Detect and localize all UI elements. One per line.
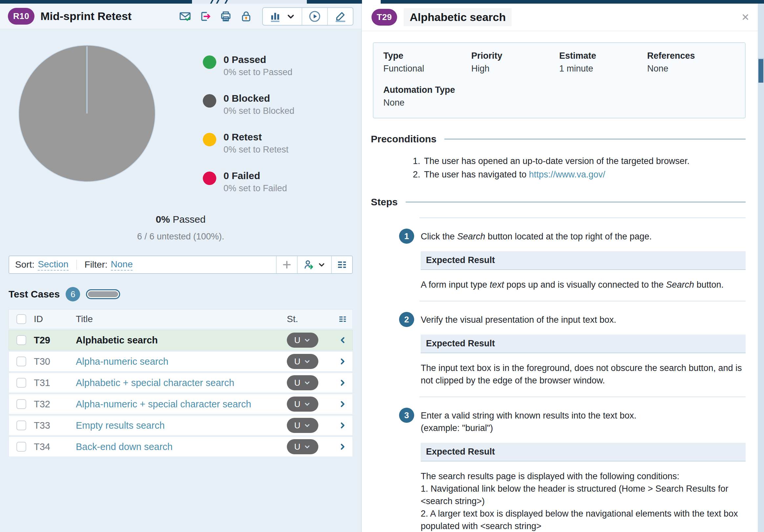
id-column-header: ID xyxy=(34,314,76,325)
title-column-header: Title xyxy=(76,314,287,325)
test-cases-heading: Test Cases xyxy=(9,289,60,300)
case-title-link[interactable]: Alpha-numeric search xyxy=(76,356,168,367)
status-dropdown[interactable]: U xyxy=(287,418,318,433)
case-detail-header: T29 Alphabetic search ✕ xyxy=(362,4,764,31)
passed-swatch xyxy=(203,56,216,69)
open-case-chevron[interactable] xyxy=(333,399,352,409)
table-row[interactable]: T34 Back-end down search U xyxy=(9,437,353,457)
play-icon xyxy=(308,10,321,23)
run-header: R10 Mid-sprint Retest xyxy=(0,4,361,29)
case-title-link[interactable]: Alphabetic search xyxy=(76,335,158,345)
row-checkbox[interactable] xyxy=(16,378,26,388)
retest-swatch xyxy=(203,133,216,146)
table-row[interactable]: T32 Alpha-numeric + special character se… xyxy=(9,394,353,414)
table-columns-button[interactable] xyxy=(333,314,352,324)
untested-summary: 6 / 6 untested (100%). xyxy=(9,231,353,242)
sort-value-link[interactable]: Section xyxy=(38,259,68,271)
bar-chart-icon xyxy=(269,10,282,23)
chevron-right-icon xyxy=(338,378,347,387)
case-title-link[interactable]: Alpha-numeric + special character search xyxy=(76,399,251,409)
print-icon[interactable] xyxy=(220,10,232,23)
field-automation-type: Automation Type None xyxy=(383,85,735,108)
legend-item-failed: 0 Failed 0% set to Failed xyxy=(203,170,294,194)
expected-result-label: Expected Result xyxy=(421,251,746,270)
row-checkbox[interactable] xyxy=(16,399,26,409)
select-all-checkbox[interactable] xyxy=(16,314,26,324)
step-1: 1 Click the Search button located at the… xyxy=(371,228,746,291)
status-dropdown[interactable]: U xyxy=(287,439,318,454)
chevron-down-icon xyxy=(317,260,326,269)
row-checkbox[interactable] xyxy=(16,442,26,452)
test-run-app: R10 Mid-sprint Retest xyxy=(0,0,764,532)
status-pie-chart xyxy=(19,46,155,181)
open-case-chevron[interactable] xyxy=(333,357,352,366)
sort-filter-bar: Sort: Section Filter: None xyxy=(9,255,353,274)
detail-scrollbar[interactable] xyxy=(758,4,764,532)
chevron-down-icon xyxy=(286,12,296,21)
test-cases-progress-pill xyxy=(86,289,120,299)
run-summary: 0% Passed 6 / 6 untested (100%). xyxy=(9,214,353,242)
collapse-case-chevron[interactable] xyxy=(333,335,352,345)
status-legend: 0 Passed 0% set to Passed 0 Blocked 0% s… xyxy=(203,54,294,194)
step-3: 3 Enter a valid string with known result… xyxy=(371,407,746,532)
chevron-down-icon xyxy=(303,336,311,344)
preconditions-list: The user has opened an up-to-date versio… xyxy=(371,155,746,181)
chart-view-button[interactable] xyxy=(263,8,301,25)
row-checkbox[interactable] xyxy=(16,335,26,345)
va-gov-link[interactable]: https://www.va.gov/ xyxy=(529,170,606,180)
status-dropdown[interactable]: U xyxy=(287,354,318,369)
expected-result-text: A form input type text pops up and is vi… xyxy=(421,278,746,291)
field-estimate: Estimate 1 minute xyxy=(559,51,647,74)
step-action: Click the Search button located at the t… xyxy=(421,228,746,243)
close-icon[interactable]: ✕ xyxy=(741,12,750,23)
top-progress-gap xyxy=(192,0,307,4)
open-case-chevron[interactable] xyxy=(333,421,352,430)
pencil-icon xyxy=(334,10,347,23)
add-case-button[interactable] xyxy=(276,256,297,273)
case-detail-panel: T29 Alphabetic search ✕ Type Functional … xyxy=(362,4,764,532)
table-row[interactable]: T33 Empty results search U xyxy=(9,415,353,436)
preconditions-section-head: Preconditions xyxy=(371,133,746,145)
precondition-item: The user has navigated to https://www.va… xyxy=(423,168,746,181)
chevron-right-icon xyxy=(338,399,347,409)
table-header-row: ID Title St. xyxy=(9,309,353,329)
case-title-link[interactable]: Empty results search xyxy=(76,420,165,431)
table-row[interactable]: T30 Alpha-numeric search U xyxy=(9,351,353,372)
run-header-button-group xyxy=(262,7,353,26)
test-cases-count-badge: 6 xyxy=(66,287,80,302)
status-dropdown[interactable]: U xyxy=(287,397,318,412)
scrollbar-thumb[interactable] xyxy=(758,59,763,83)
export-push-icon[interactable] xyxy=(199,10,212,23)
status-dropdown[interactable]: U xyxy=(287,375,318,390)
row-checkbox[interactable] xyxy=(16,356,26,366)
chevron-left-icon xyxy=(338,335,347,345)
run-tests-button[interactable] xyxy=(301,8,327,25)
filter-value-link[interactable]: None xyxy=(111,259,133,271)
case-title-link[interactable]: Back-end down search xyxy=(76,442,173,452)
chevron-down-icon xyxy=(303,358,311,365)
step-action: Verify the visual presentation of the in… xyxy=(421,311,746,326)
table-row[interactable]: T29 Alphabetic search U xyxy=(9,330,353,350)
case-fields-card: Type Functional Priority High Estimate 1… xyxy=(373,42,746,118)
row-checkbox[interactable] xyxy=(16,421,26,430)
column-layout-button[interactable] xyxy=(331,256,352,273)
case-title-link[interactable]: Alphabetic + special character search xyxy=(76,377,234,388)
field-references: References None xyxy=(647,51,735,74)
email-notify-icon[interactable] xyxy=(179,10,191,23)
chevron-down-icon xyxy=(303,379,311,386)
open-case-chevron[interactable] xyxy=(333,378,352,387)
test-cases-table: ID Title St. T29 xyxy=(9,309,353,457)
steps-heading: Steps xyxy=(371,197,398,207)
status-dropdown[interactable]: U xyxy=(287,332,318,348)
chevron-right-icon xyxy=(338,442,347,451)
assign-to-button[interactable] xyxy=(297,256,331,273)
open-case-chevron[interactable] xyxy=(333,442,352,451)
table-row[interactable]: T31 Alphabetic + special character searc… xyxy=(9,373,353,393)
percent-passed: 0% xyxy=(156,214,170,225)
field-priority: Priority High xyxy=(471,51,559,74)
legend-item-passed: 0 Passed 0% set to Passed xyxy=(203,54,294,77)
columns-icon xyxy=(336,259,348,271)
expected-result-label: Expected Result xyxy=(421,334,746,353)
edit-run-button[interactable] xyxy=(327,8,353,25)
lock-icon[interactable] xyxy=(240,10,252,23)
